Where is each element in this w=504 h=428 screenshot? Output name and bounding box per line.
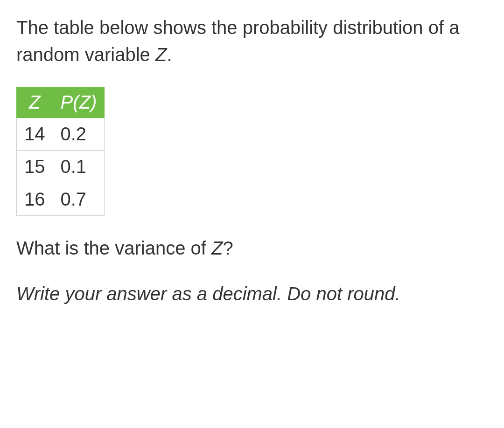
header-pz: P(Z) [53, 87, 105, 118]
question-paragraph: What is the variance of Z? [16, 235, 488, 262]
table-header-row: Z P(Z) [17, 87, 105, 118]
question-text-before: What is the variance of [16, 238, 211, 258]
cell-p: 0.2 [53, 118, 105, 151]
prompt-variable: Z [155, 44, 167, 65]
cell-p: 0.7 [53, 183, 105, 216]
table-row: 16 0.7 [17, 183, 105, 216]
question-text-after: ? [223, 238, 233, 258]
prompt-text-before: The table below shows the probability di… [16, 17, 459, 65]
header-z: Z [17, 87, 53, 118]
prompt-text-after: . [167, 44, 172, 65]
prompt-paragraph: The table below shows the probability di… [16, 14, 488, 68]
cell-z: 14 [17, 118, 53, 151]
probability-table: Z P(Z) 14 0.2 15 0.1 16 0.7 [16, 87, 105, 216]
cell-z: 16 [17, 183, 53, 216]
cell-p: 0.1 [53, 151, 105, 183]
cell-z: 15 [17, 151, 53, 183]
instruction-paragraph: Write your answer as a decimal. Do not r… [16, 280, 488, 307]
table-row: 14 0.2 [17, 118, 105, 151]
question-variable: Z [211, 238, 223, 258]
table-row: 15 0.1 [17, 151, 105, 183]
